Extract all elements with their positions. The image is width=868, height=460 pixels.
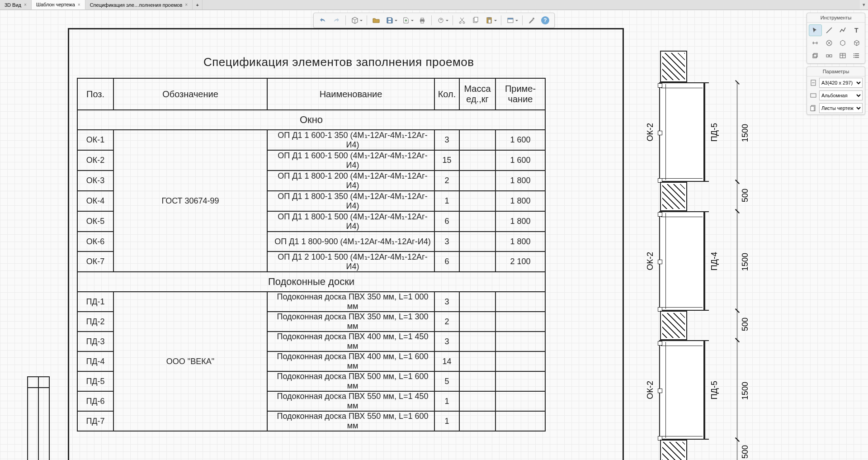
separator	[522, 15, 523, 25]
table-tool[interactable]	[836, 50, 849, 62]
table-group-row: Окно	[77, 110, 545, 130]
th-note: Приме- чание	[495, 78, 545, 110]
sheets-icon	[809, 104, 817, 112]
dimension-line	[737, 211, 737, 311]
separator	[501, 15, 501, 25]
close-icon[interactable]: ×	[78, 2, 80, 7]
tab-3d-view[interactable]: 3D Вид ×	[0, 0, 32, 9]
tab-add[interactable]: +	[193, 0, 203, 9]
separator	[431, 15, 432, 25]
dimension-line	[737, 182, 737, 211]
tab-bar: 3D Вид × Шаблон чертежа × Спецификация э…	[0, 0, 868, 10]
tab-menu-chevron-icon[interactable]: ▾	[860, 0, 868, 9]
cut-button[interactable]	[456, 14, 468, 26]
table-row: ПД-1ООО "ВЕКА"Подоконная доска ПВХ 350 м…	[77, 292, 545, 312]
hatch-tool[interactable]	[823, 37, 836, 49]
separator	[367, 15, 367, 25]
dimension-label: 500	[741, 189, 750, 202]
open-button[interactable]	[370, 14, 382, 26]
tab-specification[interactable]: Спецификация эле…полнения проемов ×	[85, 0, 193, 9]
th-mass: Масса ед.,кг	[459, 78, 495, 110]
line-tool[interactable]	[823, 24, 836, 36]
dimension-tool[interactable]	[809, 37, 822, 49]
measure-button[interactable]	[434, 14, 450, 26]
close-icon[interactable]: ×	[185, 2, 188, 7]
wall-segment	[660, 311, 687, 340]
view-cube-button[interactable]	[349, 14, 364, 26]
window-button[interactable]	[504, 14, 519, 26]
export-button[interactable]	[400, 14, 415, 26]
orientation-select[interactable]: Альбомная	[819, 90, 863, 100]
close-icon[interactable]: ×	[24, 2, 27, 7]
copy-button[interactable]	[469, 14, 482, 26]
list-tool[interactable]	[850, 50, 863, 62]
specification-table: Поз. Обозначение Наименование Кол. Масса…	[77, 78, 546, 432]
text-tool[interactable]: T	[850, 24, 863, 36]
cube-tool[interactable]	[836, 37, 849, 49]
pd-label: ПД-5	[710, 381, 719, 399]
save-button[interactable]	[383, 14, 399, 26]
dimension-label: 1500	[741, 124, 750, 142]
redo-button[interactable]	[330, 14, 343, 26]
dimension-label: 1500	[741, 253, 750, 271]
sheet-format-icon	[809, 79, 817, 87]
dimension-label: 1500	[741, 382, 750, 400]
svg-rect-11	[488, 17, 491, 19]
tab-label: 3D Вид	[5, 2, 21, 8]
ok-label: ОК-2	[646, 123, 655, 142]
separator	[453, 15, 453, 25]
polyline-tool[interactable]	[836, 24, 849, 36]
svg-rect-12	[488, 19, 491, 23]
dimension-line	[737, 340, 737, 440]
help-icon: ?	[541, 16, 549, 24]
drawing-canvas[interactable]: ? Спецификация элементов заполнения прое…	[0, 10, 868, 460]
undo-button[interactable]	[316, 14, 329, 26]
dimension-line	[737, 440, 737, 460]
svg-rect-27	[811, 94, 816, 97]
sheets-select[interactable]: Листы чертеж	[819, 103, 863, 113]
separator	[345, 15, 346, 25]
th-designation: Обозначение	[113, 78, 267, 110]
table-row: ОК-1ГОСТ 30674-99ОП Д1 1 600-1 350 (4М₁-…	[77, 130, 545, 150]
settings-button[interactable]	[525, 14, 538, 26]
cube3d-tool[interactable]	[850, 37, 863, 49]
paste-button[interactable]	[483, 14, 498, 26]
dimension-label: 500	[741, 445, 750, 459]
dimension-label: 500	[741, 318, 750, 331]
svg-point-24	[854, 55, 854, 56]
pd-label: ПД-5	[710, 123, 719, 142]
window-segment	[659, 211, 704, 311]
svg-rect-29	[811, 106, 814, 111]
print-button[interactable]	[416, 14, 429, 26]
drawing-sheet: Спецификация элементов заполнения проемо…	[68, 28, 854, 460]
help-button[interactable]: ?	[539, 14, 552, 26]
ok-label: ОК-2	[646, 381, 655, 399]
svg-point-25	[854, 57, 854, 58]
move-tool[interactable]	[823, 50, 836, 62]
parameters-panel: Параметры A3(420 x 297) Альбомная Листы …	[807, 66, 865, 115]
panel-title: Параметры	[807, 67, 865, 76]
select-tool[interactable]	[809, 24, 822, 36]
copy-tool[interactable]	[809, 50, 822, 62]
window-segment	[659, 340, 704, 440]
tab-label: Шаблон чертежа	[36, 2, 75, 7]
tab-drawing-template[interactable]: Шаблон чертежа ×	[32, 0, 85, 9]
panel-title: Инструменты	[807, 13, 865, 23]
table-group-row: Подоконные доски	[77, 272, 545, 292]
wall-segment	[660, 440, 687, 460]
svg-text:T: T	[854, 27, 859, 34]
tab-spacer	[203, 0, 860, 9]
svg-point-15	[533, 18, 534, 19]
th-pos: Поз.	[77, 78, 113, 110]
wall-segment	[660, 182, 687, 211]
svg-rect-21	[830, 55, 832, 57]
wall-section-drawing: ОК-2ПД-51500500ОК-2ПД-41500500ОК-2ПД-515…	[624, 51, 750, 460]
ok-label: ОК-2	[646, 252, 655, 270]
svg-rect-19	[814, 53, 817, 57]
wall-segment	[660, 51, 687, 82]
th-qty: Кол.	[434, 78, 459, 110]
orientation-icon	[809, 91, 817, 100]
sheet-format-select[interactable]: A3(420 x 297)	[819, 78, 863, 88]
svg-rect-18	[813, 54, 816, 58]
svg-rect-4	[421, 21, 424, 23]
